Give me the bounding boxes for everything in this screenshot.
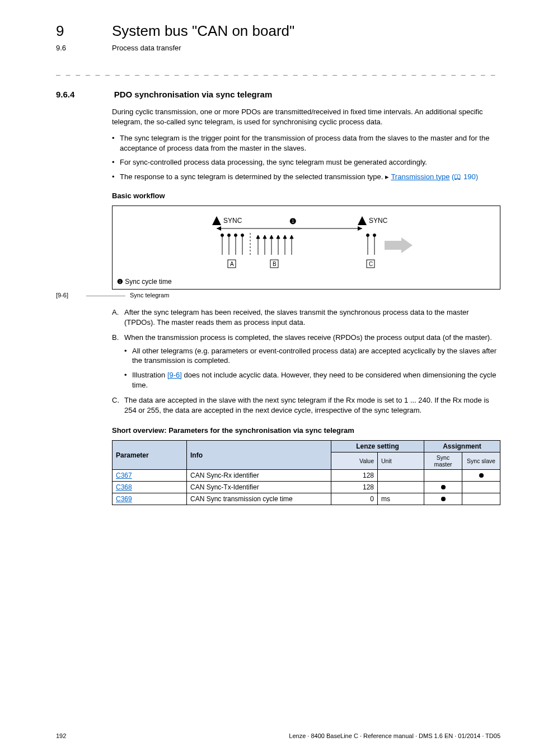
svg-marker-17 — [263, 235, 266, 239]
page-number: 192 — [56, 732, 66, 739]
body: 9.6.4 PDO synchronisation via sync teleg… — [56, 90, 500, 505]
alpha-text: The data are accepted in the slave with … — [124, 396, 489, 414]
alpha-marker: B. — [112, 333, 119, 343]
col-unit: Unit — [378, 452, 424, 470]
legend-text: Sync cycle time — [125, 278, 171, 286]
cell-master — [424, 470, 462, 482]
col-lenze-setting: Lenze setting — [331, 441, 424, 452]
svg-marker-15 — [256, 235, 260, 239]
col-parameter: Parameter — [113, 441, 187, 470]
intro-bullets: The sync telegram is the trigger point f… — [112, 133, 500, 181]
cell-value: 0 — [331, 493, 378, 505]
sync-label-left: SYNC — [223, 217, 242, 225]
diagram-label-c: C — [369, 261, 373, 267]
diagram-label-a: A — [230, 261, 234, 267]
page: 9 System bus "CAN on board" 9.6 Process … — [0, 0, 534, 756]
bullet-text: Illustration — [132, 371, 167, 379]
sync-diagram-box: SYNC SYNC ❶ — [112, 206, 500, 290]
svg-marker-1 — [358, 216, 367, 225]
svg-marker-19 — [270, 235, 273, 239]
svg-marker-23 — [283, 235, 287, 239]
dot-icon — [479, 473, 484, 478]
bullet-item: The sync telegram is the trigger point f… — [112, 133, 500, 153]
col-value: Value — [331, 452, 378, 470]
alpha-marker: A. — [112, 307, 119, 318]
svg-marker-4 — [358, 226, 362, 231]
intro-paragraph: During cyclic transmission, one or more … — [112, 107, 500, 127]
table-heading: Short overview: Parameters for the synch… — [112, 426, 500, 435]
circled-one-icon: ❶ — [289, 217, 297, 226]
diagram-label-b: B — [273, 261, 277, 267]
svg-point-27 — [367, 234, 369, 237]
svg-marker-0 — [212, 216, 221, 225]
section-title: Process data transfer — [112, 44, 181, 52]
svg-point-29 — [373, 234, 376, 237]
subsection-title: PDO synchronisation via sync telegram — [114, 90, 273, 99]
cell-value: 128 — [331, 470, 378, 482]
sync-diagram-svg: SYNC SYNC ❶ — [161, 213, 452, 274]
chapter-title: System bus "CAN on board" — [112, 22, 294, 40]
col-sync-slave: Sync slave — [462, 452, 500, 470]
footer-copyright: Lenze · 8400 BaseLine C · Reference manu… — [289, 732, 500, 739]
page-reference: (🕮 190) — [452, 172, 478, 181]
bullet-text: does not include acyclic data. However, … — [132, 371, 496, 389]
caption-text: Sync telegram — [130, 292, 169, 298]
svg-marker-25 — [290, 235, 293, 239]
cell-info: CAN Sync transmission cycle time — [187, 493, 331, 505]
cell-unit — [378, 470, 424, 482]
chapter-number: 9 — [56, 22, 64, 40]
caption-bar — [86, 296, 125, 296]
param-link[interactable]: C368 — [116, 483, 132, 491]
dot-icon — [441, 485, 446, 489]
illustration-link[interactable]: [9-6] — [167, 371, 182, 379]
alpha-sub-bullets: All other telegrams (e.g. parameters or … — [124, 346, 500, 390]
param-link[interactable]: C369 — [116, 495, 132, 503]
transmission-type-link[interactable]: Transmission type — [391, 172, 449, 181]
svg-point-6 — [221, 234, 224, 237]
svg-marker-30 — [385, 237, 413, 253]
cell-info: CAN Sync-Tx-Identifier — [187, 482, 331, 493]
svg-marker-3 — [217, 226, 221, 231]
diagram-legend: ❶ Sync cycle time — [117, 278, 495, 286]
sync-diagram: SYNC SYNC ❶ — [117, 213, 495, 274]
cell-unit: ms — [378, 493, 424, 505]
dot-icon — [441, 497, 446, 501]
svg-marker-21 — [277, 235, 280, 239]
svg-point-8 — [228, 234, 231, 237]
table-row: C369 CAN Sync transmission cycle time 0 … — [113, 493, 500, 505]
bullet-item: Illustration [9-6] does not include acyc… — [124, 370, 500, 390]
content-continued: A. After the sync telegram has been rece… — [112, 307, 500, 505]
bullet-item: The response to a sync telegram is deter… — [112, 172, 500, 182]
svg-point-10 — [235, 234, 237, 237]
param-link[interactable]: C367 — [116, 472, 132, 479]
table-row: C367 CAN Sync-Rx identifier 128 — [113, 470, 500, 482]
legend-marker-icon: ❶ — [117, 278, 123, 286]
caption-tag: [9-6] — [56, 292, 86, 298]
bullet-item: All other telegrams (e.g. parameters or … — [124, 346, 500, 366]
bullet-item: For sync-controlled process data process… — [112, 157, 500, 167]
alpha-item-c: C. The data are accepted in the slave wi… — [112, 395, 500, 415]
cell-value: 128 — [331, 482, 378, 493]
cell-slave — [462, 482, 500, 493]
subsection-number: 9.6.4 — [56, 90, 112, 99]
page-footer: 192 Lenze · 8400 BaseLine C · Reference … — [56, 732, 500, 739]
alpha-text: When the transmission process is complet… — [124, 333, 492, 342]
alpha-list: A. After the sync telegram has been rece… — [112, 307, 500, 415]
table-row: C368 CAN Sync-Tx-Identifier 128 — [113, 482, 500, 493]
bullet-text: The response to a sync telegram is deter… — [120, 172, 385, 181]
cell-slave — [462, 493, 500, 505]
cell-info: CAN Sync-Rx identifier — [187, 470, 331, 482]
diagram-caption: [9-6] Sync telegram — [56, 292, 500, 298]
col-assignment: Assignment — [424, 441, 500, 452]
separator-line: _ _ _ _ _ _ _ _ _ _ _ _ _ _ _ _ _ _ _ _ … — [56, 67, 500, 76]
workflow-heading: Basic workflow — [112, 192, 500, 200]
cell-master — [424, 493, 462, 505]
arrow-icon: ▸ — [385, 172, 389, 181]
svg-point-12 — [241, 234, 244, 237]
col-info: Info — [187, 441, 331, 470]
alpha-item-b: B. When the transmission process is comp… — [112, 333, 500, 390]
subsection-heading: 9.6.4 PDO synchronisation via sync teleg… — [56, 90, 500, 99]
cell-slave — [462, 470, 500, 482]
sync-label-right: SYNC — [369, 217, 388, 225]
section-number: 9.6 — [56, 44, 66, 52]
